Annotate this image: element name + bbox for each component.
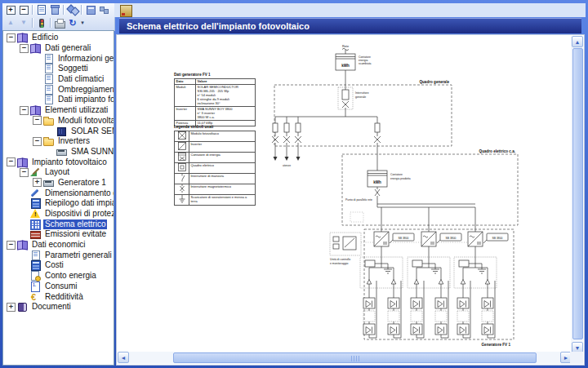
- scroll-left-button[interactable]: ◄: [118, 352, 129, 363]
- print-icon: [55, 21, 65, 29]
- collapse-icon[interactable]: −: [33, 137, 42, 146]
- inverter-symbol: SB 3800: [468, 232, 508, 246]
- delete-icon: [51, 6, 59, 15]
- tree-item-inverters[interactable]: −Inverters: [3, 136, 114, 147]
- chip-icon: [56, 126, 67, 136]
- module-string-column: [388, 281, 401, 338]
- tree-item-soggetti[interactable]: Soggetti: [3, 64, 114, 74]
- tree-item-emissioni-evitate[interactable]: Emissioni evitate: [3, 229, 114, 240]
- tree-item-label: Layout: [43, 167, 71, 177]
- page-icon: [43, 95, 54, 104]
- calc-icon: [30, 260, 41, 270]
- svg-text:energia prodotta: energia prodotta: [390, 177, 411, 180]
- scrollbar-corner: [570, 352, 583, 364]
- toolbar-separator: [32, 18, 33, 28]
- scroll-up-button[interactable]: ▲: [572, 36, 583, 47]
- tree-item-label: Inverters: [56, 136, 91, 146]
- tree-item-label: Documenti: [30, 302, 73, 312]
- panel-title: Schema elettrico dell'impianto fotovolta…: [119, 18, 581, 33]
- horizontal-scroll-thumb[interactable]: [173, 352, 537, 363]
- tree-item-label: Soggetti: [56, 64, 90, 73]
- move-down-button[interactable]: ▼: [17, 17, 30, 29]
- vertical-scroll-thumb[interactable]: [572, 48, 583, 339]
- collapse-all-button[interactable]: −: [17, 4, 30, 16]
- module-string-column: [363, 281, 376, 338]
- expand-icon[interactable]: +: [7, 303, 16, 312]
- status-button[interactable]: [35, 17, 48, 29]
- tree-item-label: Riepilogo dati impianto: [43, 198, 114, 208]
- svg-text:kWh: kWh: [341, 64, 350, 68]
- navigation-tree: −Edificio−Dati generaliInformazioni gene…: [2, 30, 114, 366]
- tree-item-generatore-1[interactable]: +Generatore 1: [3, 178, 114, 188]
- move-up-button[interactable]: ▲: [4, 17, 17, 29]
- move-up-icon: ▲: [7, 19, 14, 27]
- tree-item-label: SOLAR SEMICONDU: [69, 126, 114, 136]
- tree-item-edificio[interactable]: −Edificio: [3, 33, 114, 43]
- tree-item-dispositivi-di-protezione[interactable]: Dispositivi di protezione: [3, 209, 114, 219]
- expand-icon[interactable]: +: [33, 178, 42, 187]
- print-button[interactable]: [53, 17, 66, 29]
- svg-text:Contatore: Contatore: [390, 173, 403, 176]
- book-icon: [17, 157, 28, 167]
- tree-item-label: Dati generali: [43, 43, 92, 53]
- collapse-icon[interactable]: −: [20, 44, 29, 53]
- collapse-icon[interactable]: −: [7, 33, 16, 42]
- delete-button[interactable]: [48, 4, 61, 16]
- control-unit-symbol: Unità di controllo e monitoraggio: [330, 233, 361, 265]
- tree-item-redditivit-[interactable]: Redditività: [3, 291, 114, 302]
- tree-item-sma-sunny-boy-38[interactable]: SMA SUNNY BOY 38: [3, 147, 114, 157]
- tree-item-layout[interactable]: −Layout: [3, 167, 114, 178]
- tree-item-label: Dati impianto fotovoltaico: [56, 95, 114, 104]
- expand-all-button[interactable]: +: [4, 4, 17, 16]
- collapse-icon[interactable]: −: [7, 157, 16, 166]
- tree-item-dati-generali[interactable]: −Dati generali: [3, 43, 114, 54]
- collapse-icon[interactable]: −: [20, 106, 29, 115]
- tree-item-conto-energia[interactable]: Conto energia: [3, 271, 114, 282]
- new-item-button[interactable]: [35, 4, 48, 16]
- collapse-icon[interactable]: −: [33, 116, 42, 125]
- page-icon: [43, 74, 54, 84]
- tree-item-parametri-generali[interactable]: Parametri generali: [3, 250, 114, 260]
- module-string-column: [411, 281, 424, 338]
- tree-item-dati-impianto-fotovoltaico[interactable]: Dati impianto fotovoltaico: [3, 95, 114, 105]
- horizontal-scrollbar[interactable]: ◄ ►: [118, 352, 572, 364]
- string-box: [454, 257, 497, 288]
- tree-item-dati-climatici[interactable]: Dati climatici: [3, 74, 114, 85]
- tree-item-documenti[interactable]: +Documenti: [3, 302, 114, 313]
- move-down-icon: ▼: [20, 19, 27, 27]
- refresh-button[interactable]: ↻: [66, 17, 79, 29]
- tree-item-solar-semicondu[interactable]: SOLAR SEMICONDU: [3, 126, 114, 136]
- application-window: { "panel": { "title": "Schema elettrico …: [0, 0, 588, 368]
- tree-item-schema-elettrico[interactable]: Schema elettrico: [3, 219, 114, 229]
- inverter-symbol: SB 3800: [374, 232, 414, 246]
- copy-button[interactable]: [66, 4, 79, 16]
- feeder-branch: [272, 117, 278, 161]
- tree-item-consumi[interactable]: Consumi: [3, 282, 114, 292]
- page-icon: [43, 64, 54, 73]
- tree-item-elementi-utilizzati[interactable]: −Elementi utilizzati: [3, 105, 114, 116]
- refresh-dropdown-button[interactable]: ▾: [79, 17, 86, 29]
- tree-item-moduli-fotovoltaici[interactable]: −Moduli fotovoltaici: [3, 116, 114, 126]
- tree-item-dimensionamento-cavi[interactable]: Dimensionamento cavi: [3, 188, 114, 198]
- collapse-icon[interactable]: −: [20, 168, 29, 177]
- page-icon: [30, 251, 41, 260]
- collapse-icon[interactable]: −: [7, 241, 16, 250]
- tree-item-riepilogo-dati-impianto[interactable]: Riepilogo dati impianto: [3, 198, 114, 209]
- window-button[interactable]: [84, 4, 97, 16]
- tree-item-dati-economici[interactable]: −Dati economici: [3, 240, 114, 251]
- tree-item-informazioni-generali[interactable]: Informazioni generali: [3, 53, 114, 64]
- tree-item-impianto-fotovoltaico[interactable]: −Impianto fotovoltaico: [3, 157, 114, 167]
- svg-text:SB 3800: SB 3800: [492, 237, 502, 240]
- book-icon: [30, 105, 41, 115]
- warn-icon: [30, 209, 41, 219]
- tree-item-ombreggiamento[interactable]: Ombreggiamento: [3, 84, 114, 95]
- diagram-tool-button[interactable]: [120, 5, 132, 17]
- tree-item-costi[interactable]: Costi: [3, 260, 114, 271]
- conto-icon: [30, 271, 41, 281]
- cons-icon: [30, 282, 41, 291]
- book-icon: [17, 240, 28, 250]
- tree-item-label: Dati climatici: [56, 74, 105, 84]
- move-button[interactable]: [97, 4, 110, 16]
- schematic-drawing: .w{stroke:#333;stroke-width:.7;fill:none…: [164, 38, 556, 358]
- calc-icon: [30, 198, 41, 208]
